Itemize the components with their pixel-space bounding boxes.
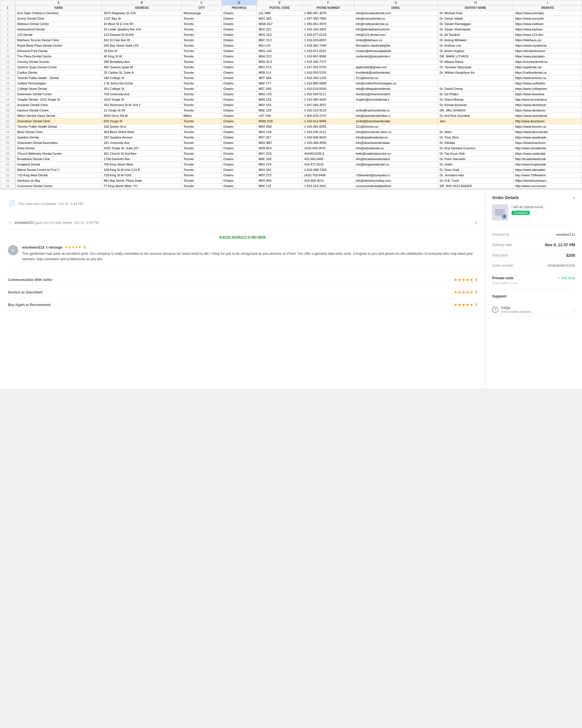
- cell-address: 181 University Ave: [102, 140, 182, 146]
- cell-address: 819 Yonge St: [102, 119, 182, 124]
- table-row: 14 Toronto Public Health - Dental 340 Co…: [0, 75, 582, 81]
- cell-city: Mississauga: [182, 10, 221, 16]
- cell-phone: 1 416-513-9494: [302, 119, 354, 124]
- delivery-date-value: Nov 4, 11:37 PM: [545, 242, 575, 247]
- chevron-up-icon[interactable]: ∧: [474, 220, 477, 225]
- cell-postal: M5H 3Y2: [257, 54, 302, 59]
- cell-email: info@bloordental clinic.co: [354, 129, 438, 135]
- support-item[interactable]: ? FAQs Find needed answers. ›: [492, 302, 575, 317]
- cell-name: Spadina Dental: [15, 135, 102, 140]
- table-row: 17 Downtown Dental Centre 700 University…: [0, 92, 582, 97]
- row-num: 4: [0, 21, 15, 27]
- document-icon: 📄: [8, 200, 15, 207]
- cell-dentist: Dr. Diana Metyas: [438, 97, 513, 102]
- cell-name: Broadview Dental Clinic: [15, 156, 102, 162]
- cell-phone: 1 416-260-2001: [302, 27, 354, 32]
- cell-phone: 1 416-335-7377: [302, 59, 354, 64]
- cell-address: 1107 Bay St: [102, 16, 182, 21]
- cell-address: 20 Bloor St E Unit R4: [102, 21, 182, 27]
- order-completed-text: The order was completed Oct 31, 6:43 PM: [18, 202, 83, 206]
- reviewer-message: This gentlemen had done an excellent wor…: [22, 251, 477, 262]
- cell-postal: M4W 3G7: [257, 21, 302, 27]
- cell-address: 12 Yonge St #8: [102, 108, 182, 113]
- cell-email: [354, 102, 438, 108]
- cell-city: Toronto: [182, 124, 221, 129]
- support-section: Support ? FAQs Find needed answers. ›: [492, 294, 575, 317]
- field-dentist: DENTIST NAME: [438, 5, 513, 10]
- row-num-1: 1: [0, 5, 15, 10]
- row-num: 17: [0, 92, 15, 97]
- cell-email: info@spadinadental.ca: [354, 135, 438, 140]
- cell-phone: (416) 703-6408: [302, 173, 354, 178]
- cell-email: hello@cwdentalcentre.co: [354, 151, 438, 156]
- row-num: 13: [0, 70, 15, 75]
- cell-website: https://www.plazaden: [513, 54, 582, 59]
- order-preview-text: I will do fastest excel...: [511, 205, 575, 210]
- cell-dentist: DR. MARK LITVACK: [438, 54, 513, 59]
- cell-email: info@erinoaksdental.com: [354, 10, 438, 16]
- cell-website: https://www.erinoaks: [513, 10, 582, 16]
- cell-phone: 1 905-997-3075: [302, 10, 354, 16]
- cell-website: https://www.unifiedtec: [513, 81, 582, 86]
- cell-dentist: Dr. Aldor: [438, 129, 513, 135]
- cell-postal: M5G 1H1: [257, 48, 302, 54]
- order-number-value: #FO61A43FCCCC6: [547, 264, 575, 267]
- cell-website: https://downtowntoron: [513, 140, 582, 146]
- cell-dentist: Dr. Andrew Lee: [438, 43, 513, 48]
- cell-email: info@astradental.ca: [354, 146, 438, 151]
- cell-name: Bitehaus Toronto Dental Clinic: [15, 37, 102, 43]
- order-completed-timestamp: Oct 31, 6:43 PM: [59, 202, 83, 206]
- private-note-header: Private note + Add Note: [492, 276, 575, 280]
- rating-stars: ★★★★★: [453, 289, 473, 295]
- cell-email: 720kwdent@sympatico.c: [354, 173, 438, 178]
- cell-website: https://www.dentalcen: [513, 108, 582, 113]
- cell-phone: 1 647-350-7869: [302, 16, 354, 21]
- cell-name: Unified Technologies: [15, 81, 102, 86]
- cell-address: 1910 Yonge St: [102, 97, 182, 102]
- cell-dentist: Dr. Peter Ioannidis: [438, 156, 513, 162]
- cell-name: The Plaza Dental Centre: [15, 54, 102, 59]
- cell-dentist: Dr. Sanaz Valadi: [438, 16, 513, 21]
- row-num: 20: [0, 108, 15, 113]
- cell-province: Ontario: [221, 173, 257, 178]
- cell-email: mydentist@plazadental.c: [354, 54, 438, 59]
- review-header-text: excelsior212 gave you a 5-star review Oc…: [15, 220, 99, 225]
- cell-email: info@dentistryonbay.com: [354, 178, 438, 183]
- private-note-section: Private note + Add Note Only visible to …: [492, 276, 575, 289]
- table-row: 3 Sunny Dental Clinic 1107 Bay St Toront…: [0, 16, 582, 21]
- cell-city: Toronto: [182, 146, 221, 151]
- cell-website: https://www.toronto.ca: [513, 75, 582, 81]
- table-row: 18 Chaplin Dental -1910 Yonge St 1910 Yo…: [0, 97, 582, 102]
- add-note-button[interactable]: + Add Note: [558, 276, 575, 280]
- cell-city: Toronto: [182, 32, 221, 37]
- rating-label: Service as Described: [8, 290, 43, 294]
- support-item-desc: Find needed answers.: [501, 310, 532, 313]
- ordered-by-value: excelsior212: [556, 233, 575, 237]
- cell-city: Toronto: [182, 70, 221, 75]
- cell-city: Toronto: [182, 173, 221, 178]
- cell-postal: M4G 0C3: [257, 59, 302, 64]
- cell-postal: M5G 1E2: [257, 32, 302, 37]
- row-num: 32: [0, 173, 15, 178]
- cell-province: Ontario: [221, 167, 257, 173]
- col-header-d: D: [221, 0, 257, 5]
- cell-website: http://www.astradental: [513, 146, 582, 151]
- table-row: 10 The Plaza Dental Centre 40 King St W …: [0, 54, 582, 59]
- completed-badge: Completed: [511, 211, 530, 215]
- reviewer-rating: 5: [84, 245, 86, 250]
- row-num: 30: [0, 162, 15, 167]
- cell-website: http://www.720kwdent: [513, 173, 582, 178]
- cell-dentist: Dr. William KangHyun Ke: [438, 70, 513, 75]
- cell-dentist: Dr. Sven Grail: [438, 167, 513, 173]
- cell-name: Downtown Dental Associates: [15, 140, 102, 146]
- cell-province: Ontario: [221, 10, 257, 16]
- cell-dentist: [438, 124, 513, 129]
- cell-postal: M6C 1C2: [257, 37, 302, 43]
- cell-website: https://carltondental.ca: [513, 70, 582, 75]
- col-header-c: C: [182, 0, 221, 5]
- row-num: 7: [0, 37, 15, 43]
- cell-name: Toronto Public Health - Dental: [15, 75, 102, 81]
- row-num: 24: [0, 129, 15, 135]
- chevron-up-order-icon[interactable]: ∧: [572, 196, 575, 200]
- cell-phone: 1 647-560-3557: [302, 102, 354, 108]
